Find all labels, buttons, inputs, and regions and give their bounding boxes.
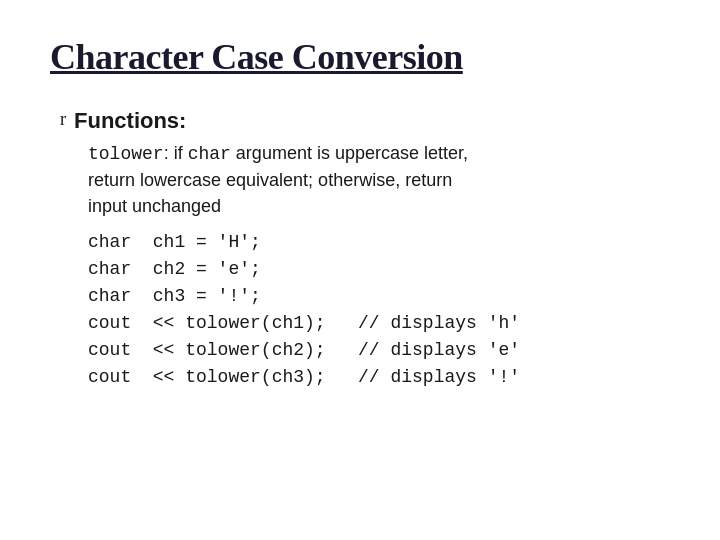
code-line-1: char ch1 = 'H'; (88, 229, 670, 256)
char-keyword: char (188, 144, 231, 164)
desc-line-1: tolower: if char argument is uppercase l… (88, 140, 670, 167)
code-line-4: cout << tolower(ch1); // displays 'h' (88, 310, 670, 337)
page-title: Character Case Conversion (50, 36, 670, 78)
bullet-row: r Functions: (60, 108, 670, 134)
functions-label: Functions: (74, 108, 186, 134)
desc-line-2: return lowercase equivalent; otherwise, … (88, 167, 670, 193)
code-block: char ch1 = 'H'; char ch2 = 'e'; char ch3… (88, 229, 670, 391)
code-line-5: cout << tolower(ch2); // displays 'e' (88, 337, 670, 364)
comment-1: // displays 'h' (358, 310, 520, 337)
comment-3: // displays '!' (358, 364, 520, 391)
slide: Character Case Conversion r Functions: t… (0, 0, 720, 540)
content-area: r Functions: tolower: if char argument i… (60, 108, 670, 391)
desc-text-1: : if (164, 143, 188, 163)
desc-text-2: argument is uppercase letter, (231, 143, 468, 163)
comment-2: // displays 'e' (358, 337, 520, 364)
code-line-3: char ch3 = '!'; (88, 283, 670, 310)
tolower-keyword: tolower (88, 144, 164, 164)
desc-line-3: input unchanged (88, 193, 670, 219)
bullet-marker: r (60, 109, 66, 130)
code-line-2: char ch2 = 'e'; (88, 256, 670, 283)
description-block: tolower: if char argument is uppercase l… (88, 140, 670, 219)
code-line-6: cout << tolower(ch3); // displays '!' (88, 364, 670, 391)
